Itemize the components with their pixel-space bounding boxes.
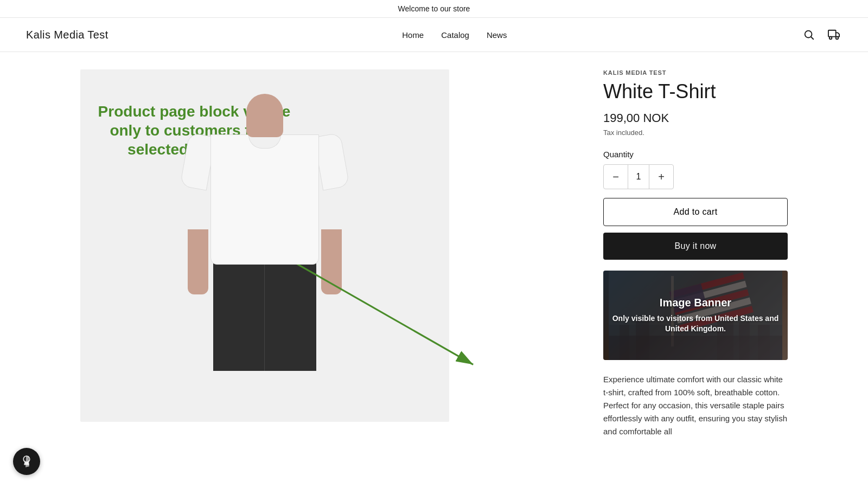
banner-title: Image Banner: [610, 297, 781, 309]
svg-point-4: [836, 37, 839, 40]
nav-news[interactable]: News: [487, 30, 507, 40]
product-image-main: [80, 69, 449, 422]
buy-now-button[interactable]: Buy it now: [603, 233, 788, 260]
add-to-cart-button[interactable]: Add to cart: [603, 198, 788, 226]
quantity-increase-button[interactable]: +: [649, 165, 673, 189]
search-button[interactable]: [801, 27, 817, 43]
banner-subtitle: Only visible to visitors from United Sta…: [610, 313, 781, 335]
shopify-icon: [20, 454, 34, 455]
product-tax: Tax included.: [603, 129, 788, 137]
nav-catalog[interactable]: Catalog: [441, 30, 469, 40]
main-nav: Home Catalog News: [402, 30, 507, 40]
svg-point-0: [805, 31, 812, 38]
product-title: White T-Shirt: [603, 80, 788, 102]
product-description: Experience ultimate comfort with our cla…: [603, 373, 788, 438]
announcement-text: Welcome to our store: [398, 4, 470, 13]
site-logo[interactable]: Kalis Media Test: [26, 29, 108, 41]
svg-point-3: [829, 37, 832, 40]
quantity-decrease-button[interactable]: −: [604, 165, 628, 189]
quantity-value: 1: [628, 165, 649, 189]
product-brand: KALIS MEDIA TEST: [603, 69, 788, 76]
header: Kalis Media Test Home Catalog News: [0, 18, 868, 52]
svg-rect-2: [828, 30, 836, 37]
product-gallery: Product page block visible only to custo…: [80, 69, 571, 438]
nav-home[interactable]: Home: [402, 30, 424, 40]
cart-button[interactable]: [826, 27, 842, 43]
svg-line-1: [811, 37, 813, 39]
search-icon: [803, 29, 815, 41]
image-banner: Image Banner Only visible to visitors fr…: [603, 271, 788, 360]
banner-content: Image Banner Only visible to visitors fr…: [603, 290, 788, 341]
shopify-badge[interactable]: [13, 448, 40, 455]
quantity-control: − 1 +: [603, 164, 674, 189]
header-icons: [801, 27, 842, 43]
announcement-bar: Welcome to our store: [0, 0, 868, 18]
cart-icon: [828, 29, 840, 41]
product-price: 199,00 NOK: [603, 111, 788, 125]
product-info: KALIS MEDIA TEST White T-Shirt 199,00 NO…: [603, 69, 788, 438]
product-page: Product page block visible only to custo…: [54, 52, 814, 455]
quantity-label: Quantity: [603, 150, 788, 159]
